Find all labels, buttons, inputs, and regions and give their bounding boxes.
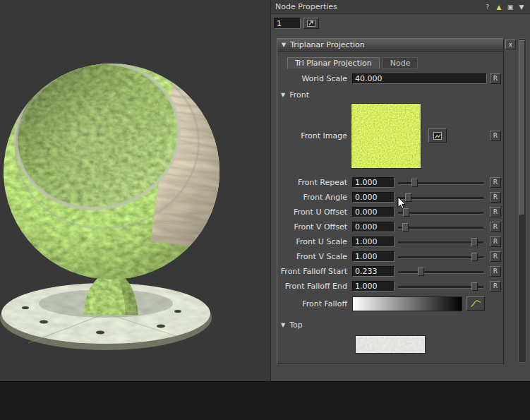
titlebar-icons: ? ▲ ▣ ▼: [483, 3, 526, 11]
param-row-front-falloff-start: Front Falloff Start R: [277, 264, 503, 279]
front-angle-reset-button[interactable]: R: [490, 192, 501, 203]
edit-curve-button[interactable]: [466, 296, 485, 311]
front-repeat-reset-button[interactable]: R: [490, 177, 501, 188]
material-preview: [0, 0, 270, 381]
slider-handle[interactable]: [418, 268, 424, 276]
tab-tri-planar-projection[interactable]: Tri Planar Projection: [287, 57, 380, 69]
front-u-scale-slider[interactable]: [398, 237, 483, 247]
front-image-row: Front Image R: [277, 102, 503, 169]
apply-icon: [306, 19, 316, 28]
slider-handle[interactable]: [471, 238, 478, 246]
param-row-front-u-scale: Front U Scale R: [277, 234, 503, 249]
curve-icon: [470, 299, 481, 308]
panel-icon[interactable]: ▣: [506, 3, 514, 11]
world-scale-input[interactable]: [352, 73, 487, 84]
front-falloff-end-slider[interactable]: [398, 282, 483, 292]
world-scale-row: World Scale R: [277, 73, 503, 85]
slider-handle[interactable]: [411, 179, 418, 187]
front-v-offset-reset-button[interactable]: R: [490, 222, 501, 232]
help-icon[interactable]: ?: [483, 3, 492, 11]
front-u-scale-input[interactable]: [352, 236, 395, 247]
falloff-gradient: [352, 296, 462, 311]
node-index-input[interactable]: [274, 18, 301, 29]
node-properties-panel: Node Properties ? ▲ ▣ ▼ ▼ Triplanar Proj…: [270, 0, 530, 381]
slider-handle[interactable]: [471, 282, 478, 291]
apply-node-button[interactable]: [303, 18, 319, 29]
collapse-panel-icon[interactable]: ▼: [517, 3, 526, 11]
world-scale-reset-button[interactable]: R: [490, 73, 501, 84]
front-falloff-end-input[interactable]: [352, 281, 395, 292]
top-image-thumbnail[interactable]: [355, 335, 426, 354]
param-row-front-falloff-end: Front Falloff End R: [277, 279, 503, 294]
front-v-scale-reset-button[interactable]: R: [490, 251, 501, 262]
bottom-panel: [0, 381, 530, 420]
front-v-scale-slider[interactable]: [398, 252, 483, 262]
front-repeat-slider[interactable]: [398, 178, 483, 188]
front-u-offset-reset-button[interactable]: R: [490, 207, 501, 217]
slider-handle[interactable]: [402, 223, 409, 232]
front-v-scale-input[interactable]: [352, 251, 395, 262]
section-front-label: Front: [289, 90, 309, 100]
slider-handle[interactable]: [403, 208, 409, 217]
scrollbar-thumb[interactable]: [519, 40, 525, 215]
front-falloff-start-reset-button[interactable]: R: [490, 266, 501, 277]
param-list: Front Repeat R Front Angle R Front U Off…: [277, 175, 503, 294]
panel-title: Node Properties: [275, 2, 337, 11]
section-front[interactable]: ▼ Front: [277, 90, 503, 100]
section-front-triangle-icon[interactable]: ▼: [281, 92, 285, 98]
world-scale-label: World Scale: [277, 74, 351, 83]
param-row-front-repeat: Front Repeat R: [277, 175, 503, 190]
collapse-node-icon[interactable]: ▼: [282, 42, 286, 48]
slider-handle[interactable]: [471, 253, 478, 261]
slider-handle[interactable]: [405, 193, 411, 202]
node-header[interactable]: ▼ Triplanar Projection: [277, 39, 503, 52]
front-image-thumbnail[interactable]: [351, 103, 421, 169]
node-tabs: Tri Planar Projection Node: [277, 57, 503, 69]
param-row-front-u-offset: Front U Offset R: [277, 205, 503, 220]
front-v-offset-slider[interactable]: [398, 222, 483, 232]
section-top[interactable]: ▼ Top: [277, 320, 503, 330]
front-repeat-input[interactable]: [352, 177, 395, 188]
panel-scrollbar[interactable]: [518, 38, 526, 363]
triplanar-node-frame: ▼ Triplanar Projection Tri Planar Projec…: [277, 38, 504, 364]
section-top-label: Top: [289, 320, 303, 330]
close-node-button[interactable]: x: [505, 40, 516, 49]
front-falloff-label: Front Falloff: [277, 299, 351, 308]
front-u-offset-input[interactable]: [352, 207, 395, 217]
front-v-offset-input[interactable]: [352, 222, 395, 232]
front-falloff-start-input[interactable]: [352, 266, 395, 277]
warning-icon[interactable]: ▲: [495, 3, 503, 11]
front-angle-slider[interactable]: [398, 193, 483, 203]
front-u-offset-slider[interactable]: [398, 208, 483, 217]
front-falloff-end-reset-button[interactable]: R: [490, 281, 501, 292]
3d-viewport[interactable]: [0, 0, 270, 381]
front-image-reset-button[interactable]: R: [490, 131, 501, 141]
tab-node[interactable]: Node: [383, 57, 418, 69]
image-file-icon: [433, 131, 442, 140]
front-angle-input[interactable]: [352, 192, 395, 203]
front-falloff-start-slider[interactable]: [398, 267, 483, 277]
param-row-front-angle: Front Angle R: [277, 190, 503, 205]
front-falloff-row: Front Falloff: [277, 295, 503, 312]
section-top-triangle-icon[interactable]: ▼: [281, 322, 285, 328]
panel-titlebar[interactable]: Node Properties ? ▲ ▣ ▼: [271, 0, 530, 14]
front-u-scale-reset-button[interactable]: R: [490, 236, 501, 247]
load-image-button[interactable]: [428, 128, 447, 143]
param-row-front-v-offset: Front V Offset R: [277, 220, 503, 234]
front-image-label: Front Image: [277, 131, 351, 140]
node-title: Triplanar Projection: [290, 40, 365, 49]
param-row-front-v-scale: Front V Scale R: [277, 249, 503, 264]
